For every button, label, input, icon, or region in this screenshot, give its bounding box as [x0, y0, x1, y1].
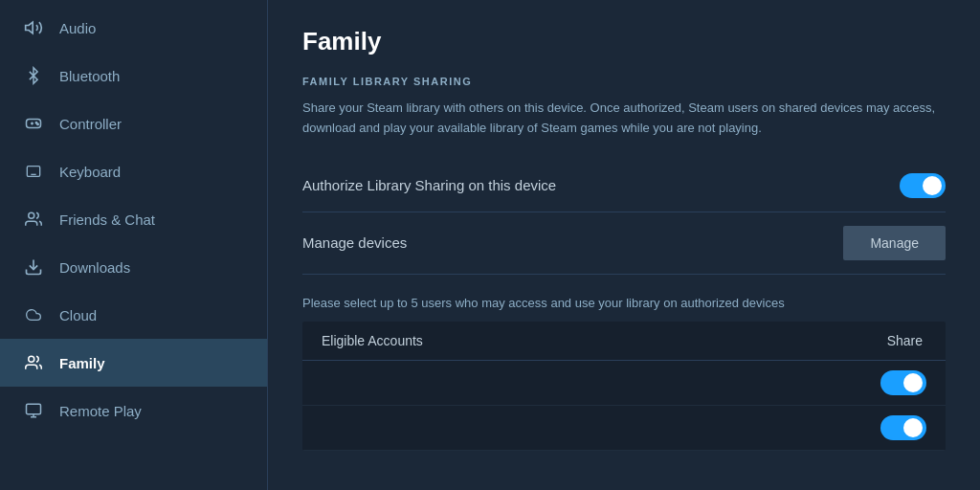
sidebar-item-audio[interactable]: Audio — [0, 4, 267, 52]
cloud-icon — [23, 304, 44, 325]
sidebar-label-downloads: Downloads — [59, 259, 130, 276]
sidebar-item-keyboard[interactable]: Keyboard — [0, 147, 267, 195]
eligible-header-share: Share — [887, 333, 923, 348]
eligible-table: Eligible Accounts Share — [302, 322, 946, 451]
keyboard-icon — [23, 161, 44, 182]
sidebar-item-family[interactable]: Family — [0, 339, 267, 387]
sidebar: Audio Bluetooth Controller — [0, 0, 268, 490]
manage-devices-label: Manage devices — [302, 234, 407, 251]
downloads-icon — [23, 256, 44, 278]
eligible-share-toggle-1[interactable] — [880, 370, 926, 395]
svg-rect-17 — [27, 404, 41, 414]
sidebar-item-friends-chat[interactable]: Friends & Chat — [0, 195, 267, 243]
svg-point-5 — [37, 123, 39, 125]
sidebar-item-downloads[interactable]: Downloads — [0, 243, 267, 291]
sidebar-item-remote-play[interactable]: Remote Play — [0, 387, 267, 434]
eligible-row — [302, 361, 946, 406]
page-title: Family — [302, 27, 946, 56]
sidebar-item-controller[interactable]: Controller — [0, 100, 267, 147]
eligible-header: Eligible Accounts Share — [302, 322, 946, 361]
remote-play-icon — [23, 400, 44, 421]
authorize-label: Authorize Library Sharing on this device — [302, 177, 556, 193]
sidebar-label-controller: Controller — [59, 116, 122, 132]
sidebar-item-cloud[interactable]: Cloud — [0, 291, 267, 339]
sidebar-label-friends-chat: Friends & Chat — [59, 212, 155, 228]
controller-icon — [23, 113, 44, 134]
friends-icon — [23, 209, 44, 230]
sidebar-label-keyboard: Keyboard — [59, 164, 121, 180]
audio-icon — [23, 17, 44, 38]
bluetooth-icon — [23, 65, 44, 86]
sidebar-label-bluetooth: Bluetooth — [59, 68, 120, 84]
manage-button[interactable]: Manage — [843, 226, 946, 260]
manage-devices-row: Manage devices Manage — [302, 212, 946, 275]
eligible-desc: Please select up to 5 users who may acce… — [302, 296, 946, 310]
eligible-section: Please select up to 5 users who may acce… — [302, 296, 946, 451]
family-icon — [23, 352, 44, 373]
eligible-row — [302, 406, 946, 451]
sidebar-label-remote-play: Remote Play — [59, 403, 142, 419]
svg-point-14 — [29, 212, 34, 218]
svg-marker-0 — [26, 22, 33, 33]
eligible-share-toggle-2[interactable] — [880, 415, 926, 440]
authorize-toggle[interactable] — [900, 173, 946, 198]
eligible-header-label: Eligible Accounts — [322, 333, 423, 348]
authorize-row: Authorize Library Sharing on this device — [302, 160, 946, 212]
main-content: Family FAMILY LIBRARY SHARING Share your… — [268, 0, 980, 490]
sidebar-item-bluetooth[interactable]: Bluetooth — [0, 52, 267, 100]
sidebar-label-audio: Audio — [59, 20, 96, 36]
section-title: FAMILY LIBRARY SHARING — [302, 76, 946, 87]
sidebar-label-family: Family — [59, 355, 105, 371]
description: Share your Steam library with others on … — [302, 99, 946, 139]
svg-point-16 — [29, 356, 34, 362]
sidebar-label-cloud: Cloud — [59, 307, 97, 323]
